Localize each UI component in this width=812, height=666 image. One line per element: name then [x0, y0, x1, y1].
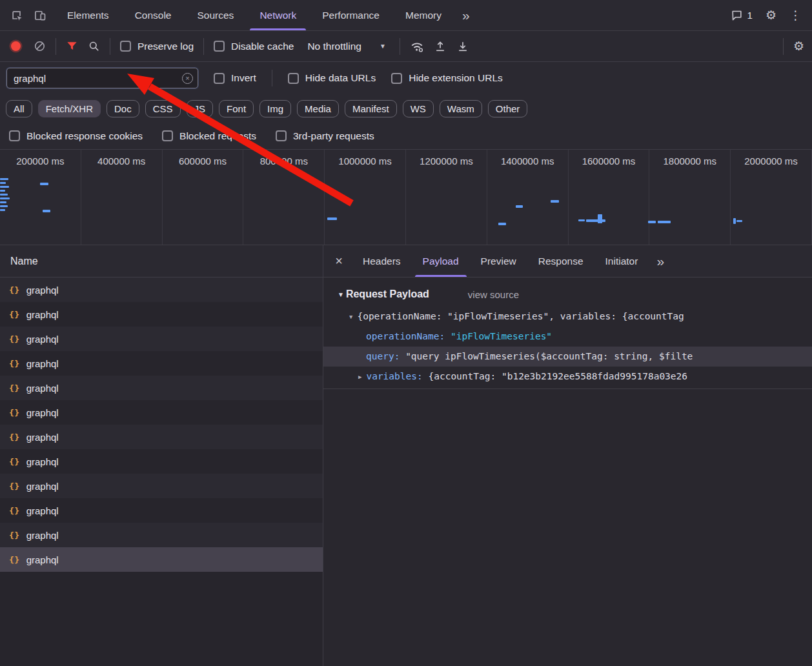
name-column-header[interactable]: Name [0, 245, 323, 278]
xhr-braces-icon: {} [9, 383, 20, 393]
request-row[interactable]: {}graphql [0, 327, 323, 351]
waterfall-bar[interactable] [551, 200, 559, 203]
payload-operation-name-line[interactable]: operationName: "ipFlowTimeseries" [323, 327, 812, 347]
kebab-menu-icon[interactable]: ⋮ [789, 8, 802, 23]
request-row[interactable]: {}graphql [0, 278, 323, 302]
clear-filter-icon[interactable]: × [182, 73, 193, 84]
chip-all[interactable]: All [6, 100, 32, 117]
details-tab-payload[interactable]: Payload [412, 245, 470, 277]
request-row[interactable]: {}graphql [0, 400, 323, 425]
hide-extension-urls-checkbox[interactable]: Hide extension URLs [391, 72, 503, 84]
waterfall-bar[interactable] [736, 220, 742, 222]
hide-data-urls-checkbox[interactable]: Hide data URLs [288, 72, 376, 84]
collapse-triangle-icon[interactable]: ▼ [338, 291, 344, 298]
tab-elements[interactable]: Elements [54, 0, 122, 30]
request-row[interactable]: {}graphql [0, 449, 323, 474]
request-row[interactable]: {}graphql [0, 498, 323, 523]
throttling-value: No throttling [307, 41, 361, 52]
request-row[interactable]: {}graphql [0, 376, 323, 400]
waterfall-bar[interactable] [40, 183, 48, 185]
clear-network-log-icon[interactable] [34, 40, 46, 52]
payload-variables-line[interactable]: ▶variables: {accountTag: "b12e3b2192ee55… [323, 367, 812, 387]
tab-sources[interactable]: Sources [185, 0, 247, 30]
details-tab-initiator[interactable]: Initiator [594, 245, 649, 277]
export-har-icon[interactable] [456, 40, 469, 53]
console-messages-button[interactable]: 1 [731, 9, 753, 21]
payload-value: "query ipFlowTimeseries($accountTag: str… [405, 351, 693, 361]
throttling-dropdown[interactable]: No throttling ▼ [303, 41, 389, 52]
blocked-response-cookies-checkbox[interactable]: Blocked response cookies [9, 130, 143, 142]
divider [272, 70, 272, 86]
view-source-link[interactable]: view source [468, 289, 519, 300]
tree-collapsed-icon[interactable]: ▶ [358, 367, 361, 387]
disable-cache-checkbox[interactable]: Disable cache [214, 41, 294, 52]
waterfall-bar[interactable] [578, 219, 585, 221]
tab-console[interactable]: Console [122, 0, 185, 30]
tab-network[interactable]: Network [247, 0, 309, 30]
waterfall-bar[interactable] [0, 197, 10, 199]
inspect-element-icon[interactable] [10, 9, 23, 22]
chip-media[interactable]: Media [297, 100, 339, 117]
chip-fetch-xhr[interactable]: Fetch/XHR [38, 100, 101, 117]
details-tab-preview[interactable]: Preview [470, 245, 527, 277]
payload-query-line[interactable]: query: "query ipFlowTimeseries($accountT… [323, 347, 812, 367]
waterfall-bar[interactable] [0, 178, 8, 180]
waterfall-bar[interactable] [733, 218, 736, 224]
waterfall-bar[interactable] [0, 194, 8, 196]
chip-manifest[interactable]: Manifest [345, 100, 397, 117]
waterfall-bar[interactable] [0, 186, 9, 188]
request-row[interactable]: {}graphql [0, 523, 323, 547]
record-network-log-button[interactable] [11, 41, 21, 51]
more-panels-icon[interactable]: » [454, 0, 478, 30]
request-row[interactable]: {}graphql [0, 474, 323, 498]
details-tab-headers[interactable]: Headers [352, 245, 412, 277]
chip-css[interactable]: CSS [145, 100, 181, 117]
request-row[interactable]: {}graphql [0, 302, 323, 327]
preserve-log-checkbox[interactable]: Preserve log [120, 41, 194, 52]
waterfall-bar[interactable] [0, 205, 8, 207]
settings-gear-icon[interactable]: ⚙ [766, 8, 776, 23]
waterfall-bar[interactable] [516, 205, 523, 208]
tab-performance[interactable]: Performance [309, 0, 392, 30]
details-tab-response[interactable]: Response [527, 245, 594, 277]
waterfall-bar[interactable] [327, 217, 337, 220]
tab-memory[interactable]: Memory [392, 0, 454, 30]
waterfall-bar[interactable] [498, 223, 506, 225]
waterfall-bar[interactable] [43, 210, 50, 212]
invert-checkbox[interactable]: Invert [214, 72, 256, 84]
payload-summary-line[interactable]: ▼{operationName: "ipFlowTimeseries", var… [323, 307, 812, 327]
network-overview-timeline[interactable]: 200000 ms 400000 ms 600000 ms 800000 ms … [0, 150, 812, 245]
waterfall-bar[interactable] [0, 190, 5, 192]
chip-doc[interactable]: Doc [107, 100, 139, 117]
disable-cache-label: Disable cache [231, 41, 294, 52]
waterfall-bar[interactable] [648, 221, 656, 223]
chip-font[interactable]: Font [219, 100, 254, 117]
chip-other[interactable]: Other [488, 100, 528, 117]
close-details-icon[interactable]: × [326, 245, 352, 277]
blocked-requests-label: Blocked requests [179, 130, 256, 142]
waterfall-bar[interactable] [0, 182, 6, 184]
chip-img[interactable]: Img [259, 100, 291, 117]
waterfall-bar[interactable] [0, 201, 6, 203]
chip-wasm[interactable]: Wasm [440, 100, 482, 117]
request-row-selected[interactable]: {}graphql [0, 547, 323, 572]
network-settings-gear-icon[interactable]: ⚙ [793, 39, 804, 54]
request-row[interactable]: {}graphql [0, 425, 323, 449]
chip-js[interactable]: JS [187, 100, 214, 117]
waterfall-bar[interactable] [0, 209, 5, 211]
filter-funnel-icon[interactable] [66, 40, 78, 52]
chip-ws[interactable]: WS [403, 100, 434, 117]
more-details-tabs-icon[interactable]: » [649, 245, 672, 277]
blocked-requests-checkbox[interactable]: Blocked requests [162, 130, 256, 142]
waterfall-bar[interactable] [586, 219, 605, 222]
search-icon[interactable] [88, 40, 100, 52]
filter-input[interactable] [14, 73, 182, 84]
waterfall-bar[interactable] [598, 214, 602, 223]
request-row[interactable]: {}graphql [0, 351, 323, 376]
waterfall-bar[interactable] [658, 221, 671, 223]
device-toolbar-icon[interactable] [34, 9, 46, 22]
third-party-requests-checkbox[interactable]: 3rd-party requests [276, 130, 374, 142]
network-conditions-icon[interactable] [410, 39, 424, 54]
import-har-icon[interactable] [434, 40, 447, 53]
tree-expanded-icon[interactable]: ▼ [349, 307, 352, 327]
